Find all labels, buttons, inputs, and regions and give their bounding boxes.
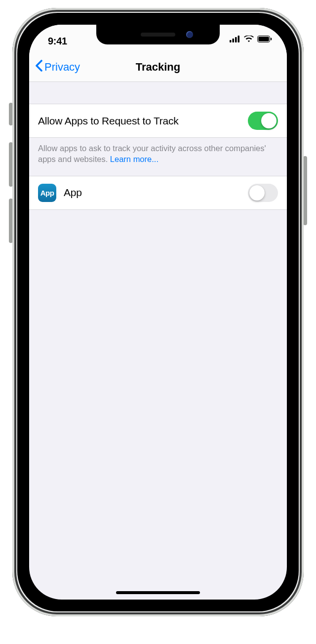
- phone-device-frame: 9:41: [12, 8, 304, 616]
- svg-rect-1: [233, 39, 235, 42]
- app-name: App: [64, 187, 248, 199]
- screen: 9:41: [29, 25, 287, 600]
- notch: [96, 25, 220, 44]
- svg-rect-5: [258, 37, 269, 41]
- status-time: 9:41: [48, 36, 67, 47]
- allow-tracking-cell: Allow Apps to Request to Track: [29, 104, 287, 138]
- app-icon: App: [38, 184, 56, 202]
- status-indicators: [230, 36, 272, 44]
- battery-icon: [257, 36, 272, 44]
- home-indicator[interactable]: [116, 591, 200, 594]
- cellular-icon: [230, 36, 240, 44]
- app-tracking-toggle[interactable]: [248, 184, 278, 202]
- app-row: AppApp: [29, 176, 287, 210]
- nav-bar: Privacy Tracking: [29, 52, 287, 82]
- svg-rect-6: [271, 38, 272, 40]
- back-button[interactable]: Privacy: [35, 60, 80, 75]
- power-button: [303, 156, 307, 225]
- svg-rect-3: [238, 36, 240, 42]
- explainer-text: Allow apps to ask to track your activity…: [29, 138, 287, 176]
- wifi-icon: [244, 36, 254, 44]
- allow-tracking-toggle[interactable]: [248, 112, 278, 130]
- allow-tracking-label: Allow Apps to Request to Track: [38, 115, 248, 127]
- back-label: Privacy: [44, 61, 80, 74]
- chevron-left-icon: [35, 60, 42, 75]
- speaker-grille: [141, 33, 175, 37]
- svg-rect-2: [235, 37, 237, 42]
- svg-rect-0: [230, 40, 232, 42]
- front-camera: [186, 31, 193, 38]
- page-title: Tracking: [136, 61, 180, 74]
- learn-more-link[interactable]: Learn more...: [110, 155, 158, 163]
